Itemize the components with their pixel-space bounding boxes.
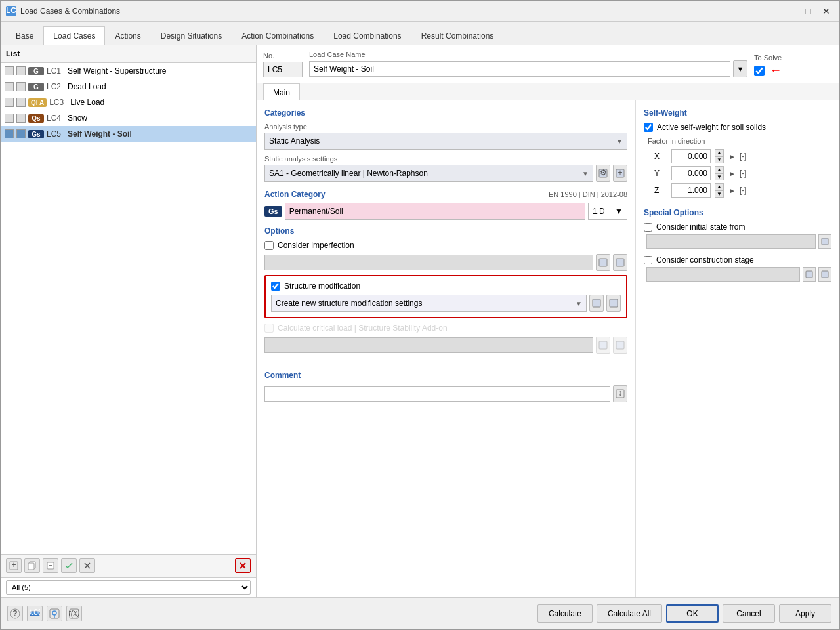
item-checkbox-lc1[interactable]: [5, 66, 14, 75]
calculate-button[interactable]: Calculate: [537, 604, 593, 623]
analysis-type-dropdown[interactable]: Static Analysis ▼: [264, 133, 627, 150]
factor-z-input[interactable]: [671, 183, 711, 198]
structure-modification-label: Structure modification: [284, 282, 360, 291]
factor-x-up[interactable]: ▲: [715, 149, 724, 156]
consider-construction-checkbox[interactable]: [644, 256, 652, 264]
tab-actions[interactable]: Actions: [105, 26, 150, 45]
item-code-lc5: LC5: [47, 129, 65, 138]
list-item[interactable]: QI A LC3 Live Load: [1, 94, 256, 110]
cancel-button[interactable]: Cancel: [723, 604, 775, 623]
copy-button[interactable]: [24, 558, 40, 573]
comment-row: ↕: [264, 385, 627, 402]
list-item[interactable]: G LC1 Self Weight - Superstructure: [1, 63, 256, 79]
factor-z-down[interactable]: ▼: [715, 190, 724, 198]
factor-z-up[interactable]: ▲: [715, 183, 724, 190]
ok-button[interactable]: OK: [666, 604, 719, 623]
factor-y-stepper: ▲ ▼: [715, 166, 724, 180]
item-code-lc1: LC1: [47, 66, 65, 75]
factor-x-stepper: ▲ ▼: [715, 149, 724, 163]
action-name-dropdown[interactable]: Permanent/Soil: [285, 203, 585, 220]
item-checkbox-lc5[interactable]: [5, 129, 14, 138]
item-checkbox2-lc2[interactable]: [16, 82, 26, 91]
factor-x-down[interactable]: ▼: [715, 156, 724, 163]
tab-load-cases[interactable]: Load Cases: [43, 26, 105, 45]
item-checkbox2-lc4[interactable]: [16, 114, 26, 123]
delete-button[interactable]: [235, 558, 251, 573]
structure-modification-row: Structure modification: [271, 282, 621, 291]
consider-initial-row: Consider initial state from: [644, 222, 831, 232]
consider-initial-edit-button[interactable]: [818, 234, 831, 249]
static-settings-new-button[interactable]: +: [613, 165, 627, 182]
list-item[interactable]: G LC2 Dead Load: [1, 79, 256, 94]
item-checkbox2-lc1[interactable]: [16, 66, 26, 75]
tab-design-situations[interactable]: Design Situations: [151, 26, 232, 45]
close-button[interactable]: ✕: [818, 5, 834, 18]
consider-construction-input: [646, 267, 800, 282]
action-category-header: Action Category EN 1990 | DIN | 2012-08: [264, 190, 627, 199]
uncheck-all-button[interactable]: [79, 558, 95, 573]
consider-initial-checkbox[interactable]: [644, 223, 652, 232]
apply-button[interactable]: Apply: [779, 604, 831, 623]
maximize-button[interactable]: □: [800, 5, 816, 18]
factor-y-down[interactable]: ▼: [715, 173, 724, 180]
svg-rect-24: [822, 238, 828, 245]
filter-row: All (5): [1, 577, 256, 597]
calc-critical-input-row: [264, 337, 627, 354]
factor-x-input[interactable]: [671, 149, 711, 163]
active-self-weight-label: Active self-weight for soil solids: [657, 123, 766, 132]
struct-mod-edit-button[interactable]: [589, 295, 604, 312]
structure-mod-dropdown[interactable]: Create new structure modification settin…: [271, 295, 587, 312]
list-item-selected[interactable]: Gs LC5 Self Weight - Soil: [1, 126, 256, 142]
consider-imperfection-checkbox[interactable]: [264, 241, 274, 250]
tab-result-combinations[interactable]: Result Combinations: [411, 26, 504, 45]
svg-rect-5: [28, 563, 34, 570]
help-button[interactable]: ?: [7, 606, 23, 621]
check-all-button[interactable]: [61, 558, 77, 573]
item-checkbox2-lc5[interactable]: [16, 129, 26, 138]
factor-y-row: Y ▲ ▼ ► [-]: [648, 166, 831, 180]
item-name-lc1: Self Weight - Superstructure: [68, 66, 252, 75]
no-input[interactable]: [263, 62, 303, 77]
name-dropdown-button[interactable]: ▼: [733, 60, 747, 77]
comment-input[interactable]: [264, 386, 610, 402]
map-button[interactable]: [47, 606, 62, 621]
tab-action-combinations[interactable]: Action Combinations: [232, 26, 324, 45]
calculate-all-button[interactable]: Calculate All: [597, 604, 662, 623]
item-checkbox-lc4[interactable]: [5, 114, 14, 123]
consider-construction-edit-button[interactable]: [803, 267, 816, 282]
function-button[interactable]: f(x): [66, 606, 82, 621]
factor-y-label: Y: [654, 169, 667, 178]
static-settings-dropdown[interactable]: SA1 - Geometrically linear | Newton-Raph…: [264, 165, 593, 182]
analysis-type-arrow: ▼: [616, 138, 623, 145]
item-checkbox-lc3[interactable]: [5, 98, 14, 107]
name-input[interactable]: [309, 61, 730, 77]
svg-text:+: +: [11, 561, 16, 570]
structure-modification-checkbox[interactable]: [271, 282, 280, 291]
measure-button[interactable]: 0.00: [27, 606, 43, 621]
factor-y-input[interactable]: [671, 166, 711, 180]
factor-y-up[interactable]: ▲: [715, 166, 724, 173]
list-item[interactable]: Qs LC4 Snow: [1, 110, 256, 126]
item-checkbox-lc2[interactable]: [5, 82, 14, 91]
inner-tab-bar: Main: [257, 83, 839, 100]
inner-tab-main[interactable]: Main: [263, 83, 300, 100]
minimize-button[interactable]: —: [782, 5, 797, 18]
tosolve-checkbox[interactable]: [754, 66, 765, 76]
comment-expand-button[interactable]: ↕: [613, 385, 627, 402]
app-icon: LC: [6, 6, 16, 16]
item-checkbox2-lc3[interactable]: [16, 98, 26, 107]
static-settings-edit-button[interactable]: ⚙: [596, 165, 610, 182]
filter-select[interactable]: All (5): [6, 580, 251, 595]
struct-mod-new-button[interactable]: [606, 295, 621, 312]
action-name-value: Permanent/Soil: [289, 207, 343, 216]
active-self-weight-checkbox[interactable]: [644, 123, 653, 132]
imperfection-new-button[interactable]: [613, 254, 627, 271]
tab-base[interactable]: Base: [6, 26, 43, 45]
action-value-dropdown[interactable]: 1.D ▼: [588, 203, 627, 220]
tab-load-combinations[interactable]: Load Combinations: [324, 26, 411, 45]
delete-from-table-button[interactable]: [43, 558, 58, 573]
new-item-button[interactable]: +: [6, 558, 22, 573]
imperfection-edit-button[interactable]: [596, 254, 610, 271]
consider-construction-new-button[interactable]: [818, 267, 831, 282]
special-options-title: Special Options: [644, 208, 831, 217]
